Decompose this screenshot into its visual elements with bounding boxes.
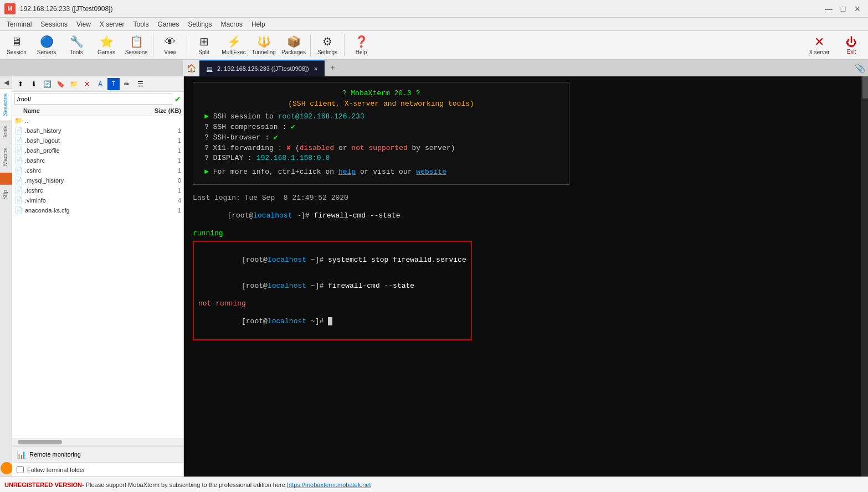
- folder-icon: 📁: [14, 117, 23, 125]
- new-folder-button[interactable]: 📁: [68, 78, 80, 90]
- menu-settings[interactable]: Settings: [183, 19, 216, 29]
- attach-icon[interactable]: 📎: [855, 63, 866, 74]
- file-row-bashrc[interactable]: 📄 .bashrc 1: [12, 156, 183, 165]
- last-login-line: Last login: Tue Sep 8 21:49:52 2020: [193, 194, 852, 202]
- collapse-button[interactable]: ◀: [0, 76, 12, 89]
- menu-games[interactable]: Games: [153, 19, 184, 29]
- file-size: 1: [148, 207, 181, 214]
- minimize-button[interactable]: —: [823, 3, 835, 15]
- text-button[interactable]: T: [107, 78, 120, 90]
- menu-xserver[interactable]: X server: [95, 19, 129, 29]
- bookmark-button[interactable]: 🔖: [54, 78, 66, 90]
- menu-view[interactable]: View: [72, 19, 95, 29]
- file-icon: 📄: [14, 147, 23, 154]
- rename-button[interactable]: A: [94, 78, 106, 90]
- packages-label: Packages: [281, 49, 306, 55]
- settings-button[interactable]: ⚙ Settings: [313, 32, 342, 59]
- prompt-firewall-state: [root@localhost ~]# firewall-cmd --state: [193, 203, 852, 228]
- refresh-button[interactable]: 🔄: [41, 78, 53, 90]
- view-label: View: [164, 49, 176, 55]
- session-label: Session: [7, 49, 27, 55]
- file-panel: ⬆ ⬇ 🔄 🔖 📁 ✕ A T ✏ ☰ ✔ Name Size (KB) 📁 .…: [12, 76, 184, 477]
- new-tab-button[interactable]: +: [325, 60, 341, 76]
- file-icon: 📄: [14, 196, 23, 204]
- prompt-cursor: [root@localhost ~]#: [198, 309, 466, 334]
- delete-button[interactable]: ✕: [81, 78, 93, 90]
- right-scrollbar[interactable]: [861, 76, 868, 477]
- menu-help[interactable]: Help: [247, 19, 270, 29]
- file-row-anaconda[interactable]: 📄 anaconda-ks.cfg 1: [12, 205, 183, 215]
- status-indicator[interactable]: [1, 462, 13, 474]
- sftp-tab[interactable]: Sftp: [0, 185, 12, 204]
- settings-label: Settings: [317, 49, 337, 55]
- edit-button[interactable]: ✏: [121, 78, 133, 90]
- status-link[interactable]: https://mobaxterm.mobatek.net: [287, 481, 371, 488]
- file-row-bash-history[interactable]: 📄 .bash_history 1: [12, 126, 183, 136]
- file-row-cshrc[interactable]: 📄 .cshrc 1: [12, 165, 183, 175]
- multiexec-button[interactable]: ⚡ MultiExec: [219, 32, 248, 59]
- help-link[interactable]: help: [338, 168, 356, 176]
- tab-close-button[interactable]: ✕: [314, 66, 318, 72]
- file-size: 1: [148, 137, 181, 144]
- servers-button[interactable]: 🔵 Servers: [32, 32, 61, 59]
- file-size: 4: [148, 197, 181, 204]
- macros-tab[interactable]: Macros: [0, 143, 12, 170]
- file-name: .bash_history: [25, 127, 148, 134]
- follow-folder-checkbox[interactable]: [17, 466, 24, 473]
- file-size: 1: [148, 127, 181, 134]
- file-row-bash-profile[interactable]: 📄 .bash_profile 1: [12, 146, 183, 156]
- tab-icon: 💻: [206, 66, 213, 72]
- info-subtitle: (SSH client, X-server and networking too…: [204, 100, 558, 108]
- file-row-viminfo[interactable]: 📄 .viminfo 4: [12, 195, 183, 205]
- info-browser: ? SSH-browser : ✔: [204, 133, 558, 142]
- sessions-button[interactable]: 📋 Sessions: [122, 32, 151, 59]
- games-button[interactable]: ⭐ Games: [92, 32, 121, 59]
- menu-tools[interactable]: Tools: [129, 19, 153, 29]
- xserver-button[interactable]: ✕ X server: [803, 32, 836, 59]
- separator-3: [310, 34, 311, 56]
- menu-macros[interactable]: Macros: [217, 19, 247, 29]
- website-link[interactable]: website: [416, 168, 446, 176]
- download-button[interactable]: ⬇: [28, 78, 40, 90]
- file-size: 1: [148, 147, 181, 154]
- games-label: Games: [97, 49, 115, 55]
- filter-button[interactable]: ☰: [134, 78, 146, 90]
- horizontal-scrollbar[interactable]: [12, 438, 183, 446]
- active-tab[interactable]: 💻 2. 192.168.126.233 ([JTtest0908]) ✕: [199, 60, 325, 76]
- menu-terminal[interactable]: Terminal: [2, 19, 36, 29]
- split-button[interactable]: ⊞ Split: [189, 32, 218, 59]
- home-tab[interactable]: 🏠: [183, 60, 199, 76]
- file-row-mysql-history[interactable]: 📄 .mysql_history 0: [12, 175, 183, 185]
- path-input[interactable]: [14, 94, 172, 105]
- file-row-tcshrc[interactable]: 📄 .tcshrc 1: [12, 185, 183, 195]
- file-row-bash-logout[interactable]: 📄 .bash_logout 1: [12, 136, 183, 146]
- close-button[interactable]: ✕: [851, 3, 864, 15]
- menu-sessions[interactable]: Sessions: [36, 19, 72, 29]
- tools-tab[interactable]: Tools: [0, 121, 12, 143]
- terminal-area[interactable]: ? MobaXterm 20.3 ? (SSH client, X-server…: [184, 76, 861, 477]
- tunneling-button[interactable]: 🔱 Tunneling: [249, 32, 278, 59]
- version-label: UNREGISTERED VERSION: [4, 481, 82, 488]
- help-button[interactable]: ❓ Help: [347, 32, 376, 59]
- power-icon: ⏻: [846, 36, 857, 49]
- packages-button[interactable]: 📦 Packages: [279, 32, 308, 59]
- tunneling-label: Tunneling: [251, 49, 276, 55]
- remote-monitor-button[interactable]: 📊 Remote monitoring: [12, 446, 183, 463]
- maximize-button[interactable]: □: [837, 3, 849, 15]
- exit-button[interactable]: ⏻ Exit: [837, 32, 866, 59]
- view-button[interactable]: 👁 View: [156, 32, 184, 59]
- tools-button[interactable]: 🔧 Tools: [62, 32, 91, 59]
- sftp-indicator[interactable]: [0, 173, 12, 185]
- prompt-firewall-state2: [root@localhost ~]# firewall-cmd --state: [198, 273, 466, 298]
- app-icon: M: [4, 3, 16, 14]
- session-icon: 🖥: [11, 35, 22, 48]
- session-button[interactable]: 🖥 Session: [2, 32, 31, 59]
- separator-4: [344, 34, 345, 56]
- file-name: .bash_profile: [25, 147, 148, 154]
- upload-button[interactable]: ⬆: [14, 78, 27, 90]
- file-row-parent[interactable]: 📁 ..: [12, 116, 183, 126]
- sessions-tab[interactable]: Sessions: [0, 89, 12, 121]
- exit-label: Exit: [847, 49, 856, 55]
- file-name: anaconda-ks.cfg: [25, 207, 148, 214]
- tools-label: Tools: [70, 49, 83, 55]
